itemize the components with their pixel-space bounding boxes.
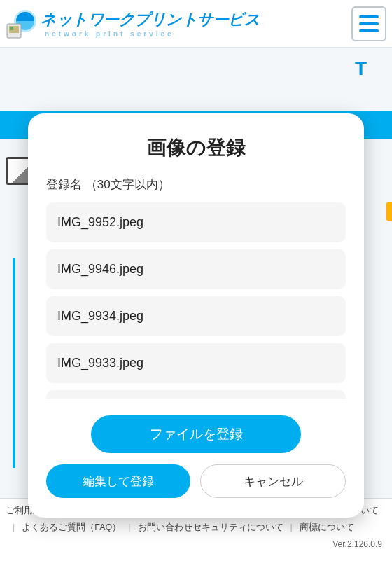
brand-logo[interactable]: ネットワークプリントサービス network print service	[4, 7, 260, 41]
dialog-field-label: 登録名 （30文字以内）	[46, 176, 346, 193]
hamburger-line-icon	[359, 22, 379, 25]
separator: |	[6, 520, 22, 536]
page-body: T 画像の登録 登録名 （30文字以内） IMG_9952.jpeg IMG_9…	[0, 48, 392, 498]
background-orange-peek	[386, 202, 392, 221]
register-file-button[interactable]: ファイルを登録	[91, 415, 301, 453]
image-register-dialog: 画像の登録 登録名 （30文字以内） IMG_9952.jpeg IMG_994…	[28, 113, 364, 518]
footer-link[interactable]: 商標について	[300, 520, 354, 536]
file-name-input[interactable]: IMG_9946.jpeg	[46, 249, 346, 289]
separator: |	[284, 520, 300, 536]
brand-subtitle: network print service	[41, 30, 260, 38]
background-blue-line	[13, 258, 15, 468]
cancel-button[interactable]: キャンセル	[200, 464, 346, 498]
file-name-input[interactable]: IMG_9934.jpeg	[46, 296, 346, 336]
version-label: Ver.2.126.0.9	[6, 536, 386, 553]
hamburger-menu-button[interactable]	[351, 6, 386, 41]
footer-link[interactable]: お問い合わせ	[138, 520, 192, 536]
hamburger-line-icon	[359, 15, 379, 18]
file-list[interactable]: IMG_9952.jpeg IMG_9946.jpeg IMG_9934.jpe…	[46, 202, 346, 399]
footer-link[interactable]: セキュリティについて	[192, 520, 284, 536]
hamburger-line-icon	[359, 29, 379, 32]
file-name-input[interactable]: IMG_9933.jpeg	[46, 343, 346, 383]
globe-printer-icon	[4, 7, 38, 41]
app-header: ネットワークプリントサービス network print service	[0, 0, 392, 48]
footer-link[interactable]: よくあるご質問（FAQ）	[22, 520, 121, 536]
brand-title: ネットワークプリントサービス	[41, 9, 260, 30]
background-letter: T	[355, 57, 367, 80]
file-name-input[interactable]: IMG_9952.jpeg	[46, 202, 346, 242]
file-name-input[interactable]: IMG_9923.jpeg	[46, 390, 346, 399]
edit-and-register-button[interactable]: 編集して登録	[46, 464, 190, 498]
svg-rect-4	[10, 27, 13, 30]
separator: |	[121, 520, 137, 536]
dialog-title: 画像の登録	[46, 134, 346, 161]
